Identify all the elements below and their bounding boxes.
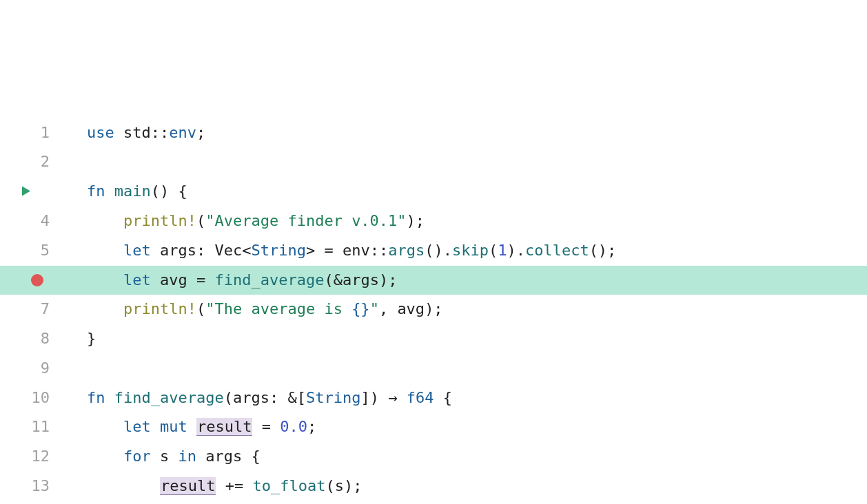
ident-avg: avg xyxy=(160,271,187,288)
code-content[interactable]: result += to_float(s); xyxy=(76,472,362,501)
keyword-let: let xyxy=(123,242,151,259)
line-number: 7 xyxy=(0,295,76,324)
code-line[interactable]: 7 println!("The average is {}", avg); xyxy=(0,295,867,324)
line-number: 14 xyxy=(0,501,76,504)
ident-s: s xyxy=(160,448,169,465)
ident-s: s xyxy=(335,477,344,494)
type-string: String xyxy=(306,389,360,406)
arrow-return: → xyxy=(388,389,397,406)
path-env: env xyxy=(343,242,370,259)
code-line-execution[interactable]: let avg = find_average(&args); xyxy=(0,266,867,295)
ident-args: args xyxy=(233,389,269,406)
keyword-in: in xyxy=(178,448,196,465)
svg-marker-0 xyxy=(22,186,30,196)
code-line[interactable]: fn main() { xyxy=(0,177,867,207)
code-line[interactable]: 12 for s in args { xyxy=(0,442,867,472)
code-line[interactable]: 11 let mut result = 0.0; xyxy=(0,413,867,443)
line-number: 13 xyxy=(0,472,76,501)
code-editor[interactable]: 1 use std::env; 2 fn main() { 4 println!… xyxy=(0,118,867,504)
fn-collect: collect xyxy=(525,242,589,259)
code-content[interactable]: } xyxy=(76,324,96,354)
ident-result-highlight: result xyxy=(160,477,216,495)
code-content[interactable]: use std::env; xyxy=(76,118,205,148)
macro-println: println! xyxy=(123,300,196,317)
keyword-let: let xyxy=(123,418,151,435)
line-number: 12 xyxy=(0,442,76,472)
ident-args: args xyxy=(343,271,379,288)
fn-find-average-def: find_average xyxy=(114,389,224,406)
fn-skip: skip xyxy=(452,242,489,259)
code-line[interactable]: 8 } xyxy=(0,324,867,354)
code-content[interactable]: for s in args { xyxy=(76,442,261,472)
code-content[interactable]: println!("Average finder v.0.1"); xyxy=(76,207,425,236)
macro-println: println! xyxy=(123,212,196,229)
keyword-use: use xyxy=(87,124,114,141)
module-env: env xyxy=(169,124,196,141)
fn-to-float: to_float xyxy=(252,477,325,494)
breakpoint-icon[interactable] xyxy=(31,274,43,286)
code-content[interactable]: let args: Vec<String> = env::args().skip… xyxy=(76,236,616,266)
string-literal: "The average is xyxy=(205,300,351,317)
number-0: 0.0 xyxy=(280,418,307,435)
ident-args: args xyxy=(160,242,196,259)
format-placeholder: {} xyxy=(351,300,370,317)
run-icon[interactable] xyxy=(21,177,32,207)
code-content[interactable]: println!("The average is {}", avg); xyxy=(76,295,443,324)
keyword-for: for xyxy=(123,448,151,465)
ident-result-highlight: result xyxy=(196,418,252,436)
type-f64: f64 xyxy=(407,389,434,406)
line-number: 10 xyxy=(0,384,76,413)
code-line[interactable]: 13 result += to_float(s); xyxy=(0,472,867,501)
code-line[interactable]: 9 xyxy=(0,354,867,384)
code-line[interactable]: 5 let args: Vec<String> = env::args().sk… xyxy=(0,236,867,266)
line-number: 9 xyxy=(0,354,76,384)
ident-args: args xyxy=(205,448,242,465)
code-content[interactable]: let mut result = 0.0; xyxy=(76,412,316,442)
code-line[interactable]: 10 fn find_average(args: &[String]) → f6… xyxy=(0,384,867,413)
code-line[interactable]: 4 println!("Average finder v.0.1"); xyxy=(0,207,867,236)
code-content[interactable]: } xyxy=(76,501,132,504)
ident-avg: avg xyxy=(397,300,425,317)
code-content[interactable]: fn main() { xyxy=(76,177,187,207)
keyword-fn: fn xyxy=(87,389,105,406)
code-line[interactable]: 14 } xyxy=(0,501,867,504)
code-line[interactable]: 2 xyxy=(0,147,867,177)
type-vec: Vec xyxy=(214,242,242,259)
code-content[interactable]: let avg = find_average(&args); xyxy=(76,266,397,295)
code-content[interactable]: fn find_average(args: &[String]) → f64 { xyxy=(76,384,452,413)
keyword-fn: fn xyxy=(87,182,105,200)
fn-main: main xyxy=(114,182,151,200)
code-line[interactable]: 1 use std::env; xyxy=(0,118,867,148)
line-number: 8 xyxy=(0,324,76,354)
line-number: 11 xyxy=(0,412,76,442)
fn-env-args: args xyxy=(388,242,425,259)
fn-find-average: find_average xyxy=(214,271,324,288)
number-1: 1 xyxy=(498,242,507,259)
keyword-let: let xyxy=(123,271,151,288)
type-string: String xyxy=(251,242,305,259)
ident-std: std xyxy=(123,124,151,141)
string-literal: " xyxy=(370,300,379,317)
string-literal: "Average finder v.0.1" xyxy=(205,212,406,229)
keyword-mut: mut xyxy=(160,418,187,435)
